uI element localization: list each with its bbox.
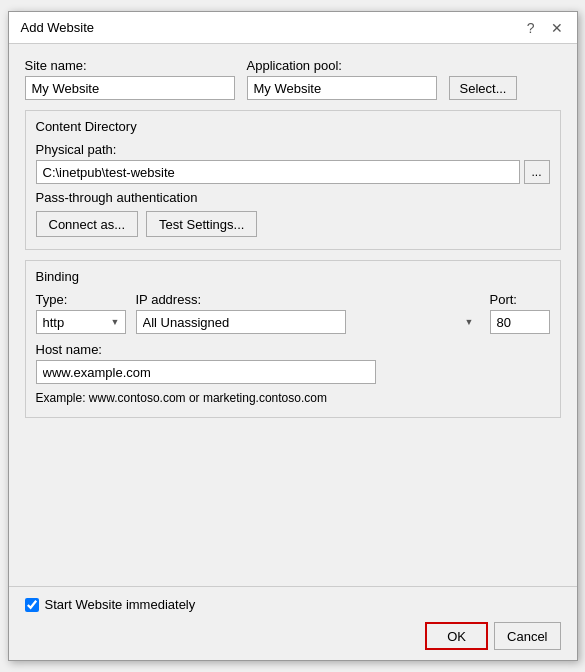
path-row: ...	[36, 160, 550, 184]
start-website-label[interactable]: Start Website immediately	[45, 597, 196, 612]
test-settings-button[interactable]: Test Settings...	[146, 211, 257, 237]
spacer	[25, 428, 561, 572]
title-bar-left: Add Website	[21, 20, 94, 35]
title-bar-right: ? ✕	[521, 19, 569, 37]
port-label: Port:	[490, 292, 550, 307]
dialog-buttons: OK Cancel	[25, 622, 561, 650]
ip-select-wrapper: All Unassigned ▼	[136, 310, 480, 334]
site-name-group: Site name:	[25, 58, 235, 100]
app-pool-group: Application pool:	[247, 58, 437, 100]
ip-address-select[interactable]: All Unassigned	[136, 310, 346, 334]
physical-path-input[interactable]	[36, 160, 520, 184]
port-group: Port:	[490, 292, 550, 334]
add-website-dialog: Add Website ? ✕ Site name: Application p…	[8, 11, 578, 661]
auth-row: Connect as... Test Settings...	[36, 211, 550, 237]
binding-row: Type: http https ▼ IP address: All U	[36, 292, 550, 334]
physical-path-group: Physical path: ...	[36, 142, 550, 184]
host-name-label: Host name:	[36, 342, 550, 357]
content-directory-section: Content Directory Physical path: ... Pas…	[25, 110, 561, 250]
type-label: Type:	[36, 292, 126, 307]
help-button[interactable]: ?	[521, 19, 541, 37]
ok-button[interactable]: OK	[425, 622, 488, 650]
cancel-button[interactable]: Cancel	[494, 622, 560, 650]
binding-title: Binding	[36, 269, 550, 284]
type-select-wrapper: http https ▼	[36, 310, 126, 334]
ip-address-group: IP address: All Unassigned ▼	[136, 292, 480, 334]
type-group: Type: http https ▼	[36, 292, 126, 334]
passthrough-label: Pass-through authentication	[36, 190, 550, 205]
host-name-row: Host name: Example: www.contoso.com or m…	[36, 342, 550, 405]
example-text: Example: www.contoso.com or marketing.co…	[36, 391, 550, 405]
site-app-pool-row: Site name: Application pool: Select...	[25, 58, 561, 100]
app-pool-label: Application pool:	[247, 58, 437, 73]
select-button[interactable]: Select...	[449, 76, 518, 100]
dialog-content: Site name: Application pool: Select... C…	[9, 44, 577, 586]
host-name-input[interactable]	[36, 360, 376, 384]
type-select[interactable]: http https	[36, 310, 126, 334]
title-bar: Add Website ? ✕	[9, 12, 577, 44]
port-input[interactable]	[490, 310, 550, 334]
site-name-input[interactable]	[25, 76, 235, 100]
binding-section: Binding Type: http https ▼ IP address:	[25, 260, 561, 418]
physical-path-label: Physical path:	[36, 142, 550, 157]
connect-as-button[interactable]: Connect as...	[36, 211, 139, 237]
ip-address-label: IP address:	[136, 292, 480, 307]
footer: Start Website immediately OK Cancel	[9, 587, 577, 660]
start-website-checkbox[interactable]	[25, 598, 39, 612]
close-button[interactable]: ✕	[545, 19, 569, 37]
app-pool-input[interactable]	[247, 76, 437, 100]
browse-button[interactable]: ...	[524, 160, 550, 184]
dialog-title: Add Website	[21, 20, 94, 35]
start-website-row: Start Website immediately	[25, 597, 561, 612]
ip-chevron-icon: ▼	[465, 317, 474, 327]
site-name-label: Site name:	[25, 58, 235, 73]
content-directory-title: Content Directory	[36, 119, 550, 134]
